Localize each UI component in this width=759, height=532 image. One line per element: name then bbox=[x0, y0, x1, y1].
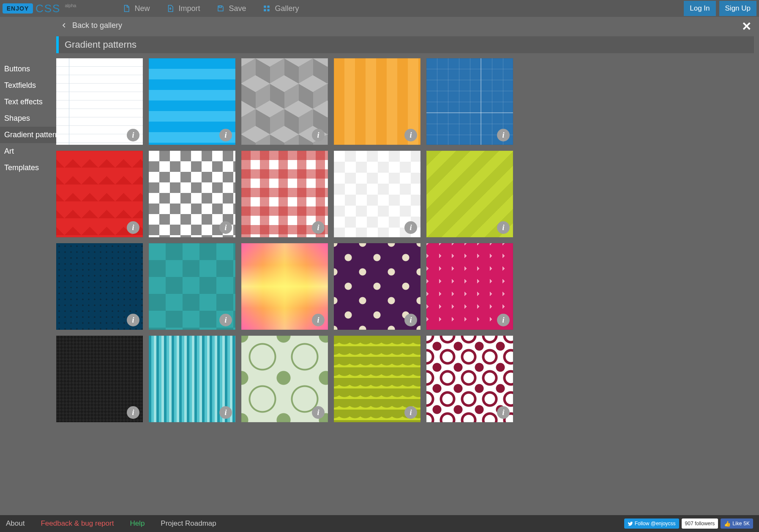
info-icon[interactable]: i bbox=[127, 221, 139, 234]
pattern-tile-teal-thin-stripes[interactable]: i bbox=[149, 336, 235, 422]
footer-about-link[interactable]: About bbox=[6, 519, 25, 528]
info-icon[interactable]: i bbox=[404, 314, 417, 326]
pattern-tile-carbon-fiber[interactable]: i bbox=[56, 336, 143, 422]
svg-rect-3 bbox=[264, 9, 266, 11]
sidebar-item-shapes[interactable]: Shapes bbox=[0, 110, 56, 127]
sidebar-item-buttons[interactable]: Buttons bbox=[0, 61, 56, 77]
svg-rect-1 bbox=[264, 5, 266, 8]
gallery-button[interactable]: Gallery bbox=[263, 4, 299, 13]
info-icon[interactable]: i bbox=[497, 221, 510, 234]
logo-alpha: alpha bbox=[65, 3, 76, 8]
chevron-left-icon[interactable] bbox=[61, 22, 67, 28]
gallery-label: Gallery bbox=[275, 4, 299, 13]
info-icon[interactable]: i bbox=[219, 314, 232, 326]
pattern-tile-pink-zigzag[interactable]: i bbox=[426, 243, 513, 330]
info-icon[interactable]: i bbox=[219, 129, 232, 141]
pattern-tile-lime-diagonal-stripes[interactable]: i bbox=[426, 151, 513, 237]
new-label: New bbox=[134, 4, 150, 13]
footer-help-link[interactable]: Help bbox=[130, 519, 145, 528]
logo-css: CSS bbox=[35, 2, 60, 15]
pattern-tile-orange-vertical-stripes[interactable]: i bbox=[334, 58, 420, 145]
save-button[interactable]: Save bbox=[217, 4, 246, 13]
pattern-tile-olive-arcs[interactable]: i bbox=[334, 336, 420, 422]
main: ButtonsTextfieldsText effectsShapesGradi… bbox=[0, 17, 759, 515]
sidebar-item-art[interactable]: Art bbox=[0, 143, 56, 160]
pattern-tile-navy-dots[interactable]: i bbox=[56, 243, 143, 330]
info-icon[interactable]: i bbox=[312, 406, 325, 419]
pattern-tile-red-triangles[interactable]: i bbox=[56, 151, 143, 237]
content: Back to gallery ✕ Gradient patterns iiii… bbox=[56, 17, 759, 515]
info-icon[interactable]: i bbox=[219, 221, 232, 234]
info-icon[interactable]: i bbox=[127, 406, 139, 419]
pattern-tile-heat-pixels[interactable]: i bbox=[241, 243, 328, 330]
save-label: Save bbox=[229, 4, 246, 13]
gallery-scroll[interactable]: iiiiiiiiiiiiiiiiiiii bbox=[56, 53, 759, 515]
info-icon[interactable]: i bbox=[497, 129, 510, 141]
fb-like-label: Like bbox=[732, 521, 742, 527]
logo-enjoy: ENJOY bbox=[3, 3, 33, 14]
info-icon[interactable]: i bbox=[127, 314, 139, 326]
top-actions: New Import Save Gallery bbox=[123, 4, 299, 13]
back-to-gallery-link[interactable]: Back to gallery bbox=[72, 21, 122, 30]
signup-button[interactable]: Sign Up bbox=[719, 1, 756, 16]
sidebar: ButtonsTextfieldsText effectsShapesGradi… bbox=[0, 17, 56, 515]
footer: About Feedback & bug report Help Project… bbox=[0, 515, 759, 532]
pattern-tile-maroon-rings[interactable]: i bbox=[426, 336, 513, 422]
info-icon[interactable]: i bbox=[219, 406, 232, 419]
pattern-tile-blueprint-grid[interactable]: i bbox=[426, 58, 513, 145]
save-icon bbox=[217, 5, 224, 12]
import-icon bbox=[167, 5, 174, 12]
gallery-grid: iiiiiiiiiiiiiiiiiiii bbox=[56, 58, 754, 422]
pattern-tile-purple-stars[interactable]: i bbox=[334, 243, 420, 330]
info-icon[interactable]: i bbox=[404, 129, 417, 141]
file-icon bbox=[123, 5, 130, 12]
import-button[interactable]: Import bbox=[167, 4, 200, 13]
info-icon[interactable]: i bbox=[404, 406, 417, 419]
svg-rect-4 bbox=[268, 9, 270, 11]
sidebar-item-text-effects[interactable]: Text effects bbox=[0, 94, 56, 110]
logo[interactable]: ENJOY CSS alpha bbox=[3, 2, 76, 15]
info-icon[interactable]: i bbox=[497, 314, 510, 326]
svg-rect-0 bbox=[219, 6, 222, 8]
sidebar-item-templates[interactable]: Templates bbox=[0, 160, 56, 176]
auth-buttons: Log In Sign Up bbox=[684, 1, 759, 16]
twitter-follower-count[interactable]: 907 followers bbox=[682, 518, 718, 529]
section-title: Gradient patterns bbox=[56, 36, 754, 53]
import-label: Import bbox=[178, 4, 200, 13]
info-icon[interactable]: i bbox=[312, 129, 325, 141]
info-icon[interactable]: i bbox=[312, 314, 325, 326]
pattern-tile-grey-cubes[interactable]: i bbox=[241, 58, 328, 145]
pattern-tile-olive-circles[interactable]: i bbox=[241, 336, 328, 422]
twitter-follow-label: Follow @enjoycss bbox=[635, 521, 676, 527]
footer-roadmap-link[interactable]: Project Roadmap bbox=[161, 519, 216, 528]
sidebar-item-gradient-patterns[interactable]: Gradient patterns bbox=[0, 127, 56, 143]
pattern-tile-lined-paper[interactable]: i bbox=[56, 58, 143, 145]
info-icon[interactable]: i bbox=[127, 129, 139, 141]
pattern-tile-teal-argyle[interactable]: i bbox=[149, 243, 235, 330]
footer-feedback-link[interactable]: Feedback & bug report bbox=[41, 519, 114, 528]
sidebar-item-textfields[interactable]: Textfields bbox=[0, 77, 56, 94]
section-title-label: Gradient patterns bbox=[65, 39, 137, 50]
content-header: Back to gallery ✕ bbox=[56, 17, 759, 34]
twitter-follow-button[interactable]: Follow @enjoycss bbox=[624, 518, 679, 529]
login-button[interactable]: Log In bbox=[684, 1, 715, 16]
info-icon[interactable]: i bbox=[497, 406, 510, 419]
pattern-tile-red-gingham[interactable]: i bbox=[241, 151, 328, 237]
grid-icon bbox=[263, 5, 270, 12]
facebook-like-button[interactable]: 👍 Like 5K bbox=[721, 518, 753, 529]
pattern-tile-transparent-checker[interactable]: i bbox=[334, 151, 420, 237]
topbar: ENJOY CSS alpha New Import Save Ga bbox=[0, 0, 759, 17]
pattern-tile-grey-diamonds[interactable]: i bbox=[149, 151, 235, 237]
thumb-icon: 👍 bbox=[724, 521, 731, 527]
pattern-tile-blue-horizontal-stripes[interactable]: i bbox=[149, 58, 235, 145]
svg-rect-2 bbox=[268, 5, 270, 8]
new-button[interactable]: New bbox=[123, 4, 150, 13]
info-icon[interactable]: i bbox=[404, 221, 417, 234]
info-icon[interactable]: i bbox=[312, 221, 325, 234]
close-icon[interactable]: ✕ bbox=[742, 19, 751, 33]
fb-like-count: 5K bbox=[743, 521, 750, 527]
footer-social: Follow @enjoycss 907 followers 👍 Like 5K bbox=[624, 518, 753, 529]
